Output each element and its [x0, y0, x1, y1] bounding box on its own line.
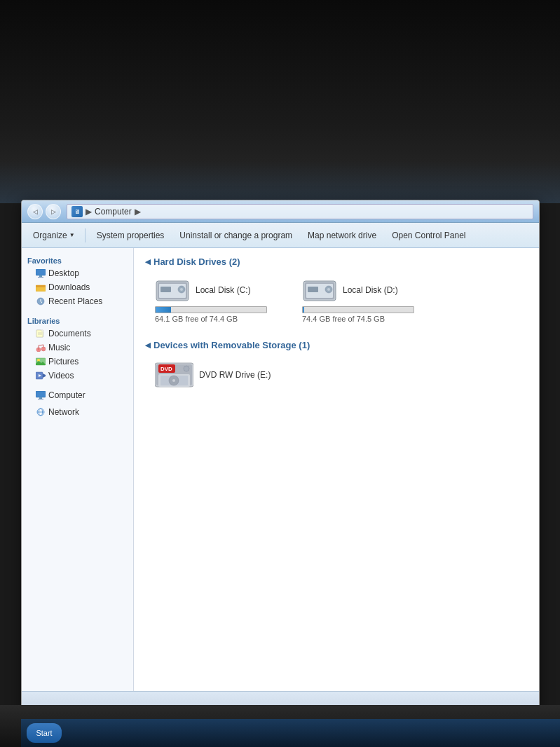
- svg-point-27: [180, 288, 183, 291]
- control-panel-button[interactable]: Open Control Panel: [385, 228, 472, 243]
- pictures-icon: [36, 357, 46, 366]
- address-arrow: ▶: [86, 207, 92, 217]
- nav-downloads[interactable]: Downloads: [22, 280, 133, 294]
- drive-c-name: Local Disk (C:): [196, 285, 251, 295]
- nav-computer[interactable]: Computer: [22, 388, 133, 402]
- drive-d-free: 74.4 GB free of 74.5 GB: [302, 315, 385, 323]
- music-icon: [36, 343, 46, 352]
- start-button[interactable]: Start: [27, 723, 62, 743]
- svg-rect-0: [36, 269, 46, 275]
- organize-button[interactable]: Organize ▼: [27, 228, 81, 243]
- address-text: Computer: [95, 207, 132, 217]
- nav-music[interactable]: Music: [22, 341, 133, 355]
- svg-point-10: [41, 347, 46, 351]
- recent-places-icon: [36, 297, 46, 306]
- hard-disk-arrow: ◀: [145, 258, 151, 266]
- drives-grid: Local Disk (C:) 64.1 GB free of 74.4 GB: [152, 274, 528, 326]
- favorites-header[interactable]: Favorites: [22, 254, 133, 266]
- drive-c-progress: [155, 306, 267, 313]
- drive-c-item[interactable]: Local Disk (C:) 64.1 GB free of 74.4 GB: [152, 274, 278, 326]
- nav-network[interactable]: Network: [22, 405, 133, 419]
- toolbar-divider-1: [85, 228, 86, 242]
- drive-d-name: Local Disk (D:): [343, 285, 398, 295]
- drive-d-fill: [303, 307, 304, 313]
- nav-computer-icon: [36, 391, 46, 399]
- nav-documents[interactable]: Documents: [22, 327, 133, 341]
- forward-button[interactable]: ▷: [46, 204, 61, 219]
- documents-icon: [36, 329, 46, 338]
- svg-rect-31: [308, 287, 318, 292]
- removable-arrow: ◀: [145, 341, 151, 349]
- bottom-taskbar-area: Start: [0, 705, 560, 747]
- hard-disk-section-title: ◀ Hard Disk Drives (2): [145, 256, 528, 267]
- back-button[interactable]: ◁: [27, 204, 43, 219]
- svg-rect-17: [39, 397, 42, 399]
- network-icon: [36, 408, 46, 416]
- dvd-icon: DVD: [155, 360, 193, 390]
- svg-marker-14: [43, 374, 46, 378]
- system-properties-button[interactable]: System properties: [90, 228, 172, 243]
- computer-icon: 🖥: [71, 206, 83, 217]
- svg-rect-16: [36, 391, 46, 397]
- svg-point-42: [184, 366, 189, 371]
- address-arrow2: ▶: [135, 207, 141, 217]
- nav-recent-places[interactable]: Recent Places: [22, 294, 133, 308]
- dvd-drive-item[interactable]: DVD DVD RW Drive (E:): [152, 357, 528, 392]
- nav-panel: Favorites Desktop Downloads: [22, 248, 134, 691]
- organize-dropdown-icon: ▼: [69, 232, 75, 238]
- svg-point-33: [327, 288, 330, 291]
- svg-rect-25: [161, 287, 171, 292]
- svg-rect-18: [38, 399, 43, 399]
- libraries-header[interactable]: Libraries: [22, 314, 133, 327]
- toolbar: Organize ▼ System properties Uninstall o…: [22, 223, 539, 248]
- uninstall-button[interactable]: Uninstall or change a program: [172, 228, 299, 243]
- nav-desktop[interactable]: Desktop: [22, 266, 133, 280]
- drive-c-free: 64.1 GB free of 74.4 GB: [155, 315, 238, 323]
- drive-c-header: Local Disk (C:): [155, 277, 251, 303]
- title-bar-controls: ◁ ▷: [27, 204, 61, 219]
- removable-section-title: ◀ Devices with Removable Storage (1): [145, 340, 528, 350]
- downloads-icon: [36, 283, 46, 292]
- content-area: Favorites Desktop Downloads: [22, 248, 539, 691]
- main-panel: ◀ Hard Disk Drives (2): [134, 248, 539, 691]
- drive-d-icon: [302, 277, 337, 303]
- videos-icon: [36, 371, 46, 380]
- svg-rect-2: [38, 277, 43, 277]
- svg-rect-1: [39, 275, 42, 277]
- drive-c-icon: [155, 277, 190, 303]
- desktop-icon: [36, 269, 46, 277]
- svg-text:DVD: DVD: [161, 366, 172, 372]
- drive-d-header: Local Disk (D:): [302, 277, 398, 303]
- drive-d-item[interactable]: Local Disk (D:) 74.4 GB free of 74.5 GB: [299, 274, 425, 326]
- address-bar[interactable]: 🖥 ▶ Computer ▶: [67, 204, 533, 219]
- svg-rect-4: [36, 285, 46, 287]
- nav-videos[interactable]: Videos: [22, 369, 133, 383]
- dvd-drive-name: DVD RW Drive (E:): [199, 370, 271, 380]
- title-bar: ◁ ▷ 🖥 ▶ Computer ▶: [22, 200, 539, 223]
- taskbar: Start: [21, 719, 560, 747]
- svg-point-39: [172, 379, 175, 382]
- drive-d-progress: [302, 306, 414, 313]
- drive-c-fill: [156, 307, 171, 313]
- nav-pictures[interactable]: Pictures: [22, 355, 133, 369]
- map-network-button[interactable]: Map network drive: [301, 228, 383, 243]
- explorer-window: ◁ ▷ 🖥 ▶ Computer ▶ Organize ▼ System pro…: [21, 200, 540, 711]
